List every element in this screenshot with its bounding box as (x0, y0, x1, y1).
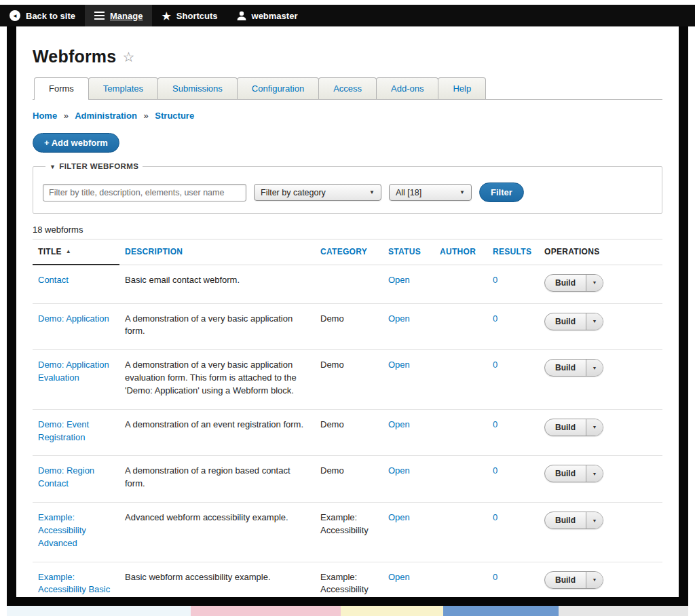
sort-asc-icon: ▲ (66, 248, 71, 254)
webform-status-link[interactable]: Open (388, 313, 410, 324)
build-button-label: Build (555, 423, 576, 432)
build-button[interactable]: Build (545, 465, 586, 482)
breadcrumb-separator-icon: » (64, 111, 69, 121)
webform-category: Example: Accessibility (320, 572, 369, 595)
tab-submissions[interactable]: Submissions (157, 77, 238, 99)
build-button[interactable]: Build (545, 360, 586, 376)
breadcrumb-separator-icon: » (143, 111, 148, 121)
webform-status-link[interactable]: Open (388, 572, 410, 582)
operations-dropdown-toggle[interactable]: ▼ (586, 465, 603, 482)
category-select[interactable]: Filter by category ▼ (254, 184, 381, 201)
column-header-operations: Operations (539, 239, 662, 265)
webform-title-link[interactable]: Contact (38, 275, 69, 285)
dropdown-toggle-icon: ▼ (593, 577, 597, 582)
webform-results-link[interactable]: 0 (493, 419, 497, 429)
operations-dropdown-toggle[interactable]: ▼ (586, 512, 603, 528)
add-webform-button[interactable]: + Add webform (33, 133, 119, 153)
page-title: Webforms (33, 47, 116, 66)
strip-segment (7, 606, 191, 616)
webform-title-link[interactable]: Example: Accessibility Basic (38, 572, 110, 595)
filter-button[interactable]: Filter (479, 182, 524, 202)
operations-dropbutton: Build ▼ (544, 512, 603, 529)
webform-results-link[interactable]: 0 (493, 572, 497, 582)
tab-forms[interactable]: Forms (34, 77, 89, 100)
tab-access[interactable]: Access (318, 77, 377, 99)
webform-status-link[interactable]: Open (388, 465, 410, 476)
webform-status-link[interactable]: Open (388, 360, 410, 370)
webform-results-link[interactable]: 0 (493, 512, 497, 522)
column-header-results[interactable]: Results (487, 239, 539, 265)
filter-search-input[interactable] (43, 184, 246, 201)
webform-results-link[interactable]: 0 (493, 313, 497, 324)
dropdown-toggle-icon: ▼ (593, 319, 597, 324)
build-button-label: Build (555, 278, 576, 288)
webform-title-link[interactable]: Demo: Event Registration (38, 419, 89, 442)
webform-category: Demo (320, 313, 344, 324)
column-header-category[interactable]: Category (315, 239, 383, 265)
strip-segment (191, 606, 341, 616)
webform-status-link[interactable]: Open (388, 275, 410, 285)
user-menu-button[interactable]: webmaster (227, 5, 307, 26)
build-button[interactable]: Build (545, 313, 586, 330)
filter-legend-label: Filter webforms (59, 162, 138, 170)
column-header-description[interactable]: Description (119, 239, 315, 265)
webform-description: A demonstration of a very basic applicat… (125, 313, 293, 336)
breadcrumb-home[interactable]: Home (33, 111, 57, 121)
dropdown-toggle-icon: ▼ (593, 425, 597, 429)
operations-dropdown-toggle[interactable]: ▼ (586, 572, 603, 588)
webform-results-link[interactable]: 0 (493, 360, 497, 370)
filter-controls: Filter by category ▼ All [18] ▼ Filter (43, 182, 652, 202)
operations-dropdown-toggle[interactable]: ▼ (586, 360, 603, 376)
operations-dropdown-toggle[interactable]: ▼ (586, 275, 603, 291)
webform-title-link[interactable]: Demo: Application (38, 313, 109, 324)
back-to-site-label: Back to site (26, 11, 75, 21)
operations-dropbutton: Build ▼ (544, 465, 603, 482)
strip-segment (341, 606, 443, 616)
webform-count: 18 webforms (33, 225, 662, 235)
operations-dropbutton: Build ▼ (544, 571, 603, 589)
build-button[interactable]: Build (545, 275, 586, 291)
table-row: Contact Basic email contact webform. Ope… (33, 265, 662, 303)
webform-description: A demonstration of a very basic applicat… (125, 360, 297, 396)
breadcrumb-structure[interactable]: Structure (155, 111, 194, 121)
webform-status-link[interactable]: Open (388, 419, 410, 429)
tab-templates[interactable]: Templates (88, 77, 158, 99)
page-content: Webforms ☆ Forms Templates Submissions C… (16, 26, 679, 597)
tab-add-ons[interactable]: Add-ons (376, 77, 438, 99)
tab-configuration[interactable]: Configuration (237, 77, 319, 99)
webform-status-link[interactable]: Open (388, 512, 410, 522)
webform-category: Example: Accessibility (320, 512, 369, 535)
webform-description: Basic email contact webform. (125, 275, 240, 285)
build-button[interactable]: Build (545, 572, 586, 588)
webform-results-link[interactable]: 0 (493, 465, 497, 476)
webform-results-link[interactable]: 0 (493, 275, 497, 285)
operations-dropbutton: Build ▼ (544, 313, 603, 330)
filter-webforms-panel: ▼Filter webforms Filter by category ▼ Al… (33, 162, 662, 214)
shortcuts-button[interactable]: ★ Shortcuts (152, 5, 227, 26)
table-row: Example: Accessibility Basic Basic webfo… (33, 562, 662, 597)
breadcrumb-administration[interactable]: Administration (75, 111, 137, 121)
chevron-down-icon: ▼ (459, 189, 465, 195)
favorite-star-icon[interactable]: ☆ (122, 49, 134, 65)
build-button[interactable]: Build (545, 512, 586, 528)
state-select[interactable]: All [18] ▼ (389, 184, 472, 201)
username-label: webmaster (252, 11, 298, 21)
tab-help[interactable]: Help (438, 77, 486, 99)
admin-toolbar: ◄ Back to site Manage ★ Shortcuts webmas… (0, 5, 695, 26)
webform-title-link[interactable]: Demo: Application Evaluation (38, 360, 109, 383)
operations-dropdown-toggle[interactable]: ▼ (586, 313, 603, 330)
column-header-status[interactable]: Status (383, 239, 434, 265)
operations-dropbutton: Build ▼ (544, 359, 603, 377)
webform-title-link[interactable]: Example: Accessibility Advanced (38, 512, 86, 548)
operations-dropdown-toggle[interactable]: ▼ (586, 419, 603, 436)
table-row: Demo: Region Contact A demonstration of … (33, 456, 662, 503)
table-row: Example: Accessibility Advanced Advanced… (33, 503, 662, 562)
back-to-site-button[interactable]: ◄ Back to site (0, 5, 85, 26)
column-header-author[interactable]: Author (434, 239, 487, 265)
filter-webforms-legend[interactable]: ▼Filter webforms (45, 162, 143, 170)
build-button[interactable]: Build (545, 419, 586, 436)
webform-title-link[interactable]: Demo: Region Contact (38, 465, 94, 488)
column-header-title[interactable]: Title▲ (33, 239, 119, 265)
manage-button[interactable]: Manage (85, 5, 152, 26)
webform-description: A demonstration of an event registration… (125, 419, 303, 429)
